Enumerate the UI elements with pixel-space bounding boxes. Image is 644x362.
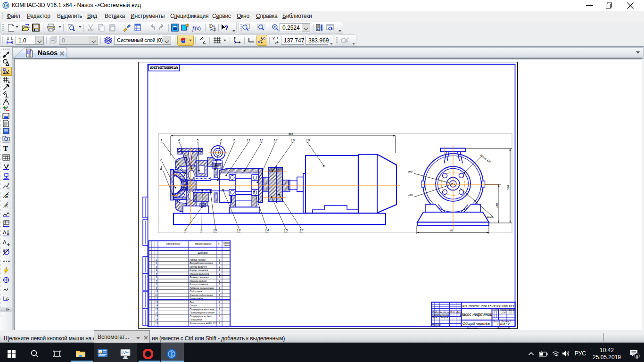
- svg-text:Подшипник: Подшипник: [190, 318, 202, 321]
- svg-text:⌀80: ⌀80: [408, 170, 413, 173]
- svg-text:1: 1: [219, 265, 220, 268]
- svg-text:200: 200: [501, 311, 506, 314]
- svg-text:4: 4: [178, 138, 180, 142]
- svg-text:Формат А1: Формат А1: [497, 327, 511, 329]
- svg-text:14: 14: [265, 228, 269, 232]
- svg-text:11: 11: [247, 138, 250, 142]
- svg-text:1: 1: [160, 165, 162, 170]
- svg-text:665: 665: [289, 132, 294, 135]
- svg-text:15: 15: [155, 308, 158, 311]
- svg-text:17: 17: [155, 315, 158, 318]
- svg-text:9: 9: [156, 287, 157, 289]
- svg-text:Е: Е: [5, 194, 8, 199]
- svg-text:(x): (x): [195, 25, 201, 31]
- svg-text:Пров.: Пров.: [432, 316, 438, 319]
- svg-text:8: 8: [636, 354, 638, 359]
- svg-text:№ докум.: № докум.: [440, 311, 450, 313]
- svg-text:СКИТУ: СКИТУ: [497, 322, 510, 326]
- svg-text:Корпус насоса: Корпус насоса: [190, 258, 206, 261]
- svg-text:1: 1: [219, 287, 220, 289]
- svg-text:Насос нефтяной: Насос нефтяной: [460, 312, 493, 317]
- svg-text:Корпус сальника: Корпус сальника: [190, 269, 208, 272]
- svg-text:85: 85: [450, 229, 454, 232]
- svg-text:1: 1: [219, 262, 220, 264]
- svg-text:Полумуфта насосная: Полумуфта насосная: [190, 308, 214, 311]
- svg-text:1: 1: [219, 308, 220, 311]
- svg-text:1: 1: [219, 283, 220, 286]
- svg-text:Палец муфты в сборе: Палец муфты в сборе: [190, 311, 215, 314]
- svg-text:Кронштейн: Кронштейн: [190, 297, 203, 300]
- svg-text:2: 2: [159, 158, 162, 162]
- svg-text:1: 1: [219, 269, 220, 272]
- svg-text:8: 8: [156, 283, 157, 286]
- svg-text:Фланец сальника: Фланец сальника: [190, 276, 209, 279]
- svg-text:?: ?: [224, 24, 229, 32]
- svg-text:Вал: Вал: [190, 301, 194, 304]
- svg-text:13: 13: [155, 301, 158, 304]
- svg-text:Н.контр.: Н.контр.: [432, 324, 441, 326]
- svg-text:550: 550: [507, 185, 510, 190]
- svg-text:11: 11: [155, 294, 157, 296]
- svg-text:Подшипник: Подшипник: [190, 290, 202, 293]
- svg-text:17: 17: [299, 228, 304, 232]
- svg-text:КП 160201.224.15.00: КП 160201.224.15.00: [149, 66, 178, 70]
- svg-text:Крышка сальника: Крышка сальника: [190, 272, 209, 275]
- svg-text:Кольцо сальника: Кольцо сальника: [190, 283, 208, 286]
- svg-text:1: 1: [219, 315, 220, 318]
- svg-text:6: 6: [156, 276, 157, 279]
- svg-text:Вал рабочего колеса: Вал рабочего колеса: [190, 262, 213, 264]
- svg-text:16: 16: [291, 138, 295, 142]
- svg-text:Эл/двигатель 4А90L2У3: Эл/двигатель 4А90L2У3: [190, 322, 217, 325]
- svg-text:Полумуфта эл.двиг.: Полумуфта эл.двиг.: [190, 315, 212, 318]
- svg-text:Общий чертёж: Общий чертёж: [462, 321, 490, 326]
- svg-text:1: 1: [219, 290, 220, 293]
- svg-text:x: x: [275, 41, 277, 45]
- svg-text:T: T: [3, 145, 8, 152]
- svg-text:19: 19: [155, 322, 158, 325]
- svg-text:К: К: [5, 203, 8, 208]
- svg-text:1: 1: [219, 272, 220, 275]
- svg-text:А: А: [3, 230, 7, 235]
- svg-text:Опора: Опора: [190, 304, 197, 307]
- svg-text:Подп.: Подп.: [450, 311, 456, 313]
- svg-text:10: 10: [155, 290, 158, 293]
- svg-text:5: 5: [156, 272, 157, 275]
- svg-text:19: 19: [306, 138, 310, 142]
- svg-text:1: 1: [219, 280, 220, 282]
- svg-text:1: 1: [219, 304, 220, 307]
- svg-text:13: 13: [273, 138, 278, 142]
- svg-text:1: 1: [156, 258, 157, 261]
- svg-text:7: 7: [156, 280, 157, 282]
- svg-text:б: б: [3, 248, 5, 253]
- svg-text:1: 1: [219, 301, 220, 304]
- svg-text:12: 12: [259, 138, 264, 142]
- svg-text:К.: К.: [218, 242, 220, 245]
- svg-text:1: 1: [219, 294, 220, 296]
- svg-text:6: 6: [219, 311, 220, 314]
- svg-text:1: 1: [219, 258, 220, 261]
- svg-text:18: 18: [237, 228, 241, 232]
- svg-text:1: 1: [210, 25, 212, 28]
- svg-text:Y: Y: [272, 36, 275, 41]
- svg-text:15: 15: [284, 228, 288, 232]
- svg-text:1: 1: [219, 297, 220, 300]
- svg-text:1: 1: [160, 138, 162, 142]
- svg-text:Копировал: Копировал: [467, 327, 479, 329]
- svg-text:Обозначение: Обозначение: [166, 242, 181, 245]
- svg-text:Крышка подшипника: Крышка подшипника: [190, 294, 213, 296]
- svg-text:Наименование: Наименование: [195, 242, 212, 245]
- svg-text:КП 160201.224.15.00.00.000 ВО: КП 160201.224.15.00.00.000 ВО: [462, 304, 514, 308]
- svg-text:Детали: Детали: [198, 251, 208, 254]
- svg-text:Крышка задняя: Крышка задняя: [190, 280, 206, 282]
- svg-text:18: 18: [155, 318, 158, 321]
- svg-text:2: 2: [155, 262, 157, 264]
- svg-text:12: 12: [155, 297, 158, 300]
- svg-text:1: 1: [219, 322, 220, 325]
- svg-text:чание: чание: [223, 244, 230, 247]
- svg-text:?: ?: [187, 24, 188, 27]
- svg-text:1: 1: [219, 276, 220, 279]
- svg-text:10: 10: [213, 228, 217, 232]
- svg-text:1:2.5: 1:2.5: [508, 311, 515, 314]
- svg-text:2: 2: [218, 318, 220, 321]
- svg-text:Петров: Петров: [440, 316, 448, 319]
